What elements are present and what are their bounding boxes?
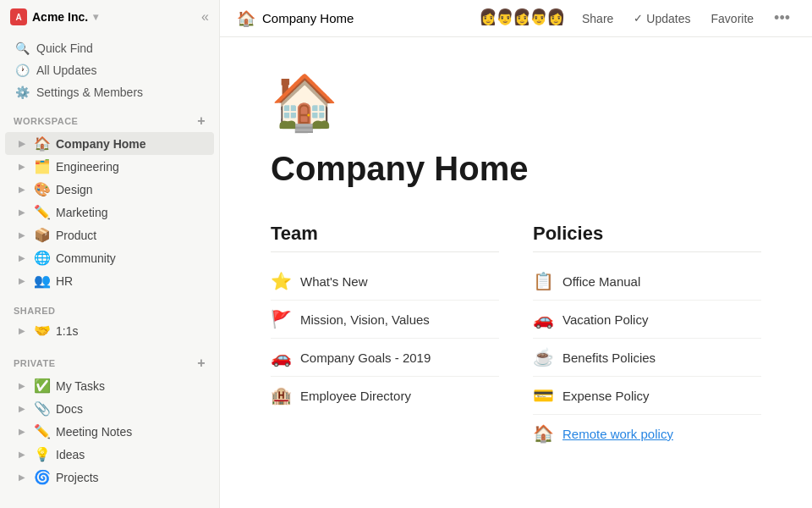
list-item[interactable]: 🏠 Remote work policy	[533, 415, 761, 452]
private-add-button[interactable]: +	[197, 356, 206, 371]
expand-arrow: ▶	[15, 137, 29, 151]
topbar-page-title: Company Home	[262, 11, 354, 25]
favorite-label: Favorite	[711, 12, 754, 25]
team-list: ⭐ What's New 🚩 Mission, Vision, Values 🚗…	[271, 262, 499, 414]
sidebar-item-1on1s[interactable]: ▶ 🤝 1:1s	[5, 319, 214, 342]
item-label: Vacation Policy	[562, 312, 648, 327]
item-label: Employee Directory	[300, 389, 411, 403]
list-item[interactable]: 🏨 Employee Directory	[271, 377, 499, 414]
item-emoji: 🏠	[533, 423, 554, 444]
private-section-label: PRIVATE	[14, 358, 56, 368]
shared-section-label: SHARED	[14, 306, 55, 316]
expand-arrow: ▶	[15, 229, 29, 242]
all-updates-label: All Updates	[36, 64, 97, 77]
page-content: 🏠 Company Home Team ⭐ What's New 🚩 Missi…	[220, 37, 812, 508]
gear-icon: ⚙️	[15, 86, 30, 99]
favorite-button[interactable]: Favorite	[706, 9, 760, 28]
expand-arrow: ▶	[15, 448, 29, 461]
sidebar-collapse-button[interactable]: «	[201, 9, 209, 25]
item-emoji: 🌀	[34, 469, 51, 485]
updates-button[interactable]: ✓ Updates	[628, 9, 695, 28]
list-item[interactable]: ⭐ What's New	[271, 262, 499, 301]
shared-section-header: SHARED	[0, 299, 219, 319]
workspace-section-header: WORKSPACE +	[0, 107, 219, 132]
workspace-tree: ▶ 🏠 Company Home ▶ 🗂️ Engineering ▶ 🎨 De…	[0, 132, 219, 292]
policies-section: Policies 📋 Office Manual 🚗 Vacation Poli…	[533, 223, 761, 452]
chevron-down-icon: ▾	[93, 11, 98, 23]
list-item[interactable]: ☕ Benefits Policies	[533, 339, 761, 377]
item-emoji: ✏️	[34, 423, 51, 439]
item-emoji: 🏠	[34, 135, 51, 152]
clock-icon: 🕐	[15, 64, 30, 77]
share-button[interactable]: Share	[577, 9, 618, 28]
expand-arrow: ▶	[15, 183, 29, 196]
sidebar-item-quick-find[interactable]: 🔍 Quick Find	[5, 37, 214, 59]
sidebar-item-company-home[interactable]: ▶ 🏠 Company Home	[5, 132, 214, 155]
more-options-button[interactable]: •••	[769, 8, 795, 29]
expand-arrow: ▶	[15, 379, 29, 393]
item-emoji: 🎨	[34, 181, 51, 197]
item-emoji: 🗂️	[34, 158, 51, 174]
private-tree: ▶ ✅ My Tasks ▶ 📎 Docs ▶ ✏️ Meeting Notes…	[0, 374, 219, 489]
item-emoji: ☕	[533, 347, 554, 367]
item-label: Design	[56, 183, 207, 196]
item-emoji: ✏️	[34, 204, 51, 220]
collaborators-avatars: 👩 👨 👩 👨 👩	[477, 8, 567, 30]
item-label: Community	[56, 251, 207, 265]
sidebar-item-marketing[interactable]: ▶ ✏️ Marketing	[5, 201, 214, 224]
sidebar-item-community[interactable]: ▶ 🌐 Community	[5, 246, 214, 269]
avatar-5: 👩	[545, 8, 567, 30]
list-item[interactable]: 🚩 Mission, Vision, Values	[271, 301, 499, 339]
item-label: HR	[56, 274, 207, 288]
item-label: Office Manual	[562, 274, 640, 289]
expand-arrow: ▶	[15, 274, 29, 288]
item-emoji: 🤝	[34, 323, 51, 339]
expand-arrow: ▶	[15, 425, 29, 439]
item-label: Engineering	[56, 160, 207, 174]
item-emoji: ✅	[34, 378, 51, 394]
expand-arrow: ▶	[15, 471, 29, 484]
item-label: Product	[56, 229, 207, 242]
workspace-title[interactable]: A Acme Inc. ▾	[10, 8, 98, 25]
expand-arrow: ▶	[15, 206, 29, 219]
workspace-section-label: WORKSPACE	[14, 116, 78, 126]
expand-arrow: ▶	[15, 160, 29, 174]
sidebar-item-ideas[interactable]: ▶ 💡 Ideas	[5, 443, 214, 466]
item-label: Mission, Vision, Values	[300, 312, 430, 327]
sidebar-item-docs[interactable]: ▶ 📎 Docs	[5, 397, 214, 420]
expand-arrow: ▶	[15, 402, 29, 416]
sidebar-item-projects[interactable]: ▶ 🌀 Projects	[5, 466, 214, 489]
sidebar-item-design[interactable]: ▶ 🎨 Design	[5, 178, 214, 201]
sidebar-item-meeting-notes[interactable]: ▶ ✏️ Meeting Notes	[5, 420, 214, 443]
updates-label: Updates	[646, 12, 690, 25]
sidebar-item-engineering[interactable]: ▶ 🗂️ Engineering	[5, 155, 214, 178]
item-emoji: 📋	[533, 271, 554, 291]
item-label: Expense Policy	[562, 389, 650, 403]
topbar-left: 🏠 Company Home	[237, 9, 354, 28]
list-item[interactable]: 🚗 Vacation Policy	[533, 301, 761, 339]
sidebar-nav: 🔍 Quick Find 🕐 All Updates ⚙️ Settings &…	[0, 34, 219, 107]
item-emoji: 🚗	[271, 347, 292, 367]
item-label: Ideas	[56, 448, 207, 461]
sidebar: A Acme Inc. ▾ « 🔍 Quick Find 🕐 All Updat…	[0, 0, 220, 508]
item-label: My Tasks	[56, 379, 207, 393]
workspace-add-button[interactable]: +	[197, 113, 206, 129]
item-label: Marketing	[56, 206, 207, 219]
sidebar-item-all-updates[interactable]: 🕐 All Updates	[5, 59, 214, 81]
sidebar-item-settings[interactable]: ⚙️ Settings & Members	[5, 81, 214, 103]
main-area: 🏠 Company Home 👩 👨 👩 👨 👩 Share ✓ Updates…	[220, 0, 812, 508]
item-emoji: 🏨	[271, 385, 292, 406]
list-item[interactable]: 📋 Office Manual	[533, 262, 761, 301]
list-item[interactable]: 💳 Expense Policy	[533, 377, 761, 415]
item-label: Meeting Notes	[56, 425, 207, 439]
list-item[interactable]: 🚗 Company Goals - 2019	[271, 339, 499, 377]
item-emoji: 💡	[34, 446, 51, 462]
private-section-header: PRIVATE +	[0, 349, 219, 374]
item-label: Docs	[56, 402, 207, 416]
sidebar-item-product[interactable]: ▶ 📦 Product	[5, 224, 214, 246]
sidebar-item-hr[interactable]: ▶ 👥 HR	[5, 269, 214, 292]
item-emoji: 📦	[34, 227, 51, 243]
sidebar-item-my-tasks[interactable]: ▶ ✅ My Tasks	[5, 374, 214, 397]
item-label: Company Home	[56, 137, 207, 151]
team-section: Team ⭐ What's New 🚩 Mission, Vision, Val…	[271, 223, 499, 452]
